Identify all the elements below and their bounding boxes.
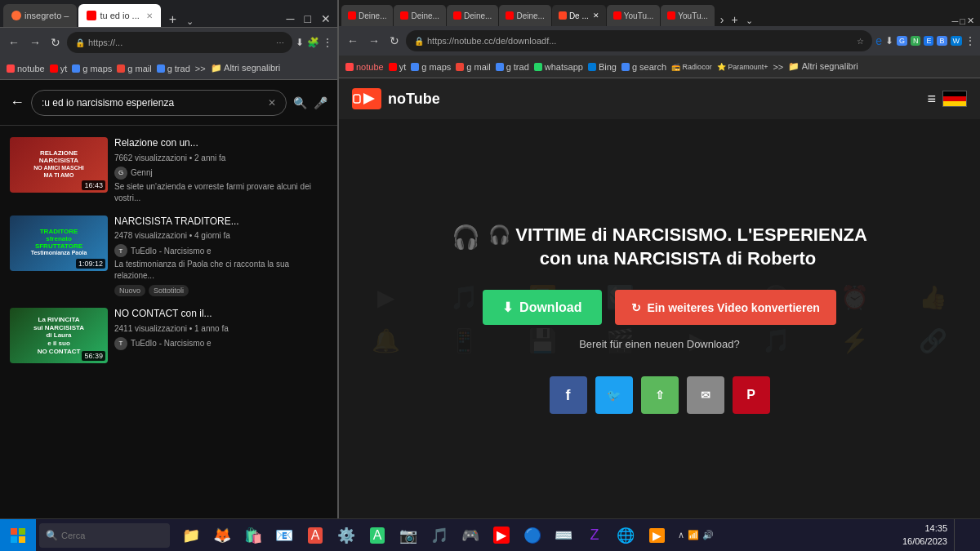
bm-bing[interactable]: Bing — [588, 62, 617, 72]
minimize-left[interactable]: ─ — [283, 11, 298, 27]
right-tab-7[interactable]: YouTu... — [661, 5, 715, 26]
bm-other-right[interactable]: 📁 Altri segnalibri — [788, 61, 858, 72]
bm-gmaps-right[interactable]: g maps — [411, 62, 451, 72]
right-tab-1[interactable]: Deine... — [341, 5, 393, 26]
yt-back-btn[interactable]: ← — [10, 94, 24, 111]
right-tab-4[interactable]: Deine... — [499, 5, 550, 26]
taskbar-search-input[interactable] — [61, 531, 151, 540]
taskbar-app14[interactable]: 🌐 — [611, 521, 640, 550]
restore-left[interactable]: □ — [301, 11, 314, 27]
convert-button[interactable]: ↻ Ein weiteres Video konvertieren — [615, 290, 836, 325]
bm-notube-left[interactable]: notube — [7, 64, 45, 73]
bm-notube-right[interactable]: notube — [345, 62, 384, 72]
close-left[interactable]: ✕ — [318, 11, 334, 27]
taskbar-app15[interactable]: ▶ — [642, 521, 671, 550]
restore-right[interactable]: □ — [960, 16, 965, 26]
close-right-tab[interactable]: ✕ — [593, 11, 599, 20]
tab-menu-right[interactable]: ⌄ — [742, 16, 756, 26]
taskbar-chrome[interactable]: 🔵 — [518, 521, 547, 550]
bm-gsearch[interactable]: g search — [621, 62, 666, 72]
yt-search-input[interactable] — [42, 97, 261, 109]
taskbar-clock[interactable]: 14:35 16/06/2023 — [902, 522, 954, 548]
close-tab-left[interactable]: ✕ — [146, 11, 153, 20]
google-icon[interactable]: G — [897, 36, 907, 46]
address-bar-left[interactable]: 🔒 https://... ⋯ — [67, 32, 292, 53]
yt-search-bar[interactable]: ✕ — [31, 90, 287, 116]
taskbar-firefox[interactable]: 🦊 — [207, 521, 237, 550]
right-tab-3[interactable]: Deine... — [447, 5, 498, 26]
tag-nuovo[interactable]: Nuovo — [114, 285, 145, 296]
share-facebook-btn[interactable]: f — [550, 376, 587, 414]
taskbar-app5[interactable]: A — [301, 521, 330, 550]
bm-more-right[interactable]: >> — [773, 62, 783, 72]
download-button[interactable]: ⬇ Download — [483, 290, 601, 325]
new-tab-left[interactable]: + — [164, 12, 181, 27]
taskbar-youtube-app[interactable]: ▶ — [487, 521, 516, 550]
back-btn-right[interactable]: ← — [344, 33, 362, 49]
ext2-icon[interactable]: E — [924, 36, 933, 46]
bm-gmail-left[interactable]: g mail — [117, 64, 151, 73]
share-email-btn[interactable]: ✉ — [687, 376, 724, 414]
extensions-icon[interactable]: 🧩 — [307, 37, 319, 48]
tray-up-arrow[interactable]: ∧ — [678, 530, 684, 540]
yt-video-item-2[interactable]: TRADITOREsfrenatoSFRUTTATORETestimonianz… — [7, 211, 331, 302]
bm-yt-left[interactable]: yt — [50, 64, 68, 73]
taskbar-app8[interactable]: 📷 — [394, 521, 423, 550]
share-pinterest-btn[interactable]: P — [733, 376, 770, 414]
tab-tuedio[interactable]: tu ed io ... ✕ — [78, 4, 160, 27]
yt-search-submit[interactable]: 🔍 — [293, 96, 307, 109]
forward-btn-right[interactable]: → — [365, 33, 383, 49]
close-right[interactable]: ✕ — [967, 16, 974, 26]
taskbar-app6[interactable]: ⚙️ — [332, 521, 361, 550]
right-tab-2[interactable]: Deine... — [394, 5, 445, 26]
reload-btn-right[interactable]: ↻ — [386, 33, 403, 49]
taskbar-app7[interactable]: A — [363, 521, 392, 550]
download-icon-left[interactable]: ⬇ — [296, 37, 304, 48]
bm-more-left[interactable]: >> — [195, 64, 206, 73]
right-tab-active[interactable]: De ... ✕ — [552, 5, 606, 26]
taskbar-vscode[interactable]: ⌨️ — [549, 521, 578, 550]
show-desktop-btn[interactable] — [954, 519, 980, 552]
tag-sottotitoli[interactable]: Sottotitoli — [149, 285, 189, 296]
taskbar-explorer[interactable]: 📁 — [176, 521, 206, 550]
ext4-icon[interactable]: W — [951, 36, 963, 46]
yt-video-item-3[interactable]: La RIVINCITAsul NARCISISTAdi Laurae il s… — [7, 303, 331, 368]
tab-insegreto[interactable]: insegreto – — [3, 4, 77, 27]
bm-gmaps-left[interactable]: g maps — [72, 64, 112, 73]
reload-btn-left[interactable]: ↻ — [47, 34, 64, 51]
share-sharethis-btn[interactable]: ⇧ — [641, 376, 679, 414]
yt-mic-btn[interactable]: 🎤 — [314, 96, 327, 109]
right-tab-chevron[interactable]: › — [717, 13, 728, 26]
taskbar-search[interactable]: 🔍 — [39, 523, 170, 548]
menu-icon-left[interactable]: ⋮ — [323, 37, 332, 48]
bm-yt-right[interactable]: yt — [389, 62, 407, 72]
taskbar-app10[interactable]: 🎮 — [456, 521, 485, 550]
clear-search-btn[interactable]: ✕ — [268, 97, 276, 109]
bm-whatsapp[interactable]: whatsapp — [534, 62, 583, 72]
taskbar-store[interactable]: 🛍️ — [238, 521, 268, 550]
edge-icon[interactable]: e — [875, 34, 882, 47]
download-icon-right[interactable]: ⬇ — [885, 35, 893, 47]
bm-other-left[interactable]: 📁 Altri segnalibri — [211, 63, 281, 73]
new-tab-right[interactable]: + — [728, 13, 741, 26]
forward-btn-left[interactable]: → — [26, 34, 44, 51]
minimize-right[interactable]: ─ — [952, 16, 959, 26]
ext3-icon[interactable]: B — [937, 36, 947, 46]
share-twitter-btn[interactable]: 🐦 — [595, 376, 633, 414]
yt-video-item-1[interactable]: RELAZIONENARCISISTANO AMICI MASCHIMA TI … — [7, 132, 331, 209]
taskbar-app13[interactable]: Z — [580, 521, 609, 550]
bm-radiocor[interactable]: 📻 Radiocor — [671, 63, 712, 71]
menu-icon-right[interactable]: ⋮ — [965, 35, 975, 47]
bm-gtrad-left[interactable]: g trad — [157, 64, 190, 73]
tab-menu-left[interactable]: ⌄ — [183, 16, 197, 27]
volume-icon[interactable]: 🔊 — [702, 530, 714, 540]
taskbar-app9[interactable]: 🎵 — [425, 521, 454, 550]
notube-menu-btn[interactable]: ≡ — [927, 91, 936, 108]
back-btn-left[interactable]: ← — [5, 34, 23, 51]
start-button[interactable] — [0, 519, 36, 552]
taskbar-email[interactable]: 📧 — [270, 521, 299, 550]
german-flag[interactable] — [942, 91, 967, 107]
address-bar-right[interactable]: 🔒 https://notube.cc/de/downloadf... ☆ — [406, 30, 872, 51]
bm-gtrad-right[interactable]: g trad — [496, 62, 529, 72]
ext-icon[interactable]: N — [911, 36, 921, 46]
